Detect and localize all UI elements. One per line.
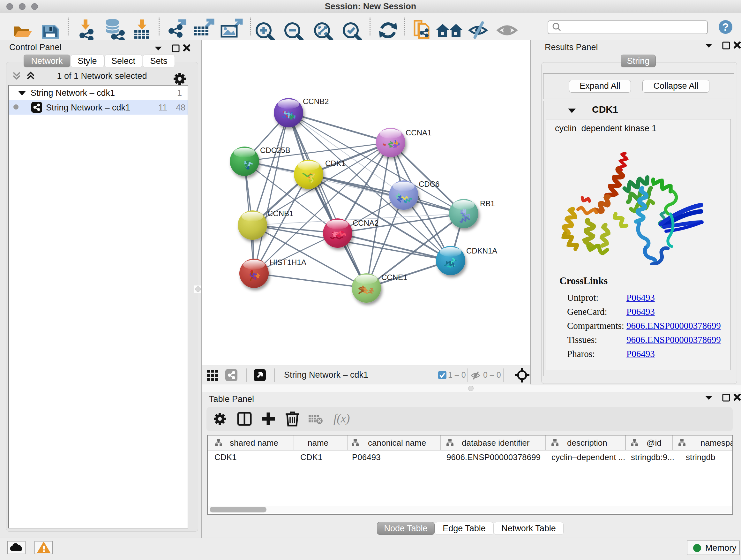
svg-text:RB1: RB1 xyxy=(480,199,495,208)
svg-text:CDC6: CDC6 xyxy=(419,180,440,188)
svg-text:CDK1: CDK1 xyxy=(325,159,346,168)
svg-text:CCNB1: CCNB1 xyxy=(267,209,293,218)
svg-text:CCNB2: CCNB2 xyxy=(303,97,329,106)
svg-text:CCNA1: CCNA1 xyxy=(406,128,431,137)
svg-text:CCNE1: CCNE1 xyxy=(381,273,407,282)
svg-text:CDKN1A: CDKN1A xyxy=(466,246,497,255)
svg-text:HIST1H1A: HIST1H1A xyxy=(270,258,307,266)
svg-text:CCNA2: CCNA2 xyxy=(353,219,379,227)
svg-text:CDC25B: CDC25B xyxy=(260,146,290,154)
